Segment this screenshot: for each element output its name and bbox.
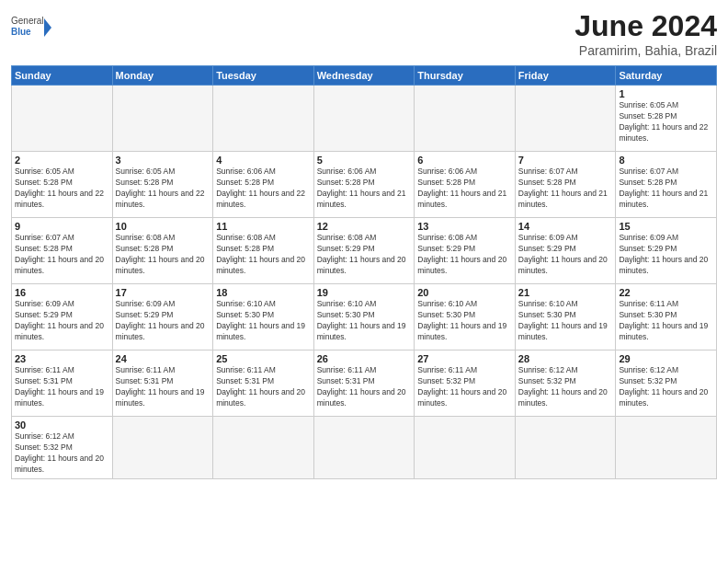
col-friday: Friday	[515, 66, 616, 86]
cell-info: Sunrise: 6:10 AMSunset: 5:30 PMDaylight:…	[317, 299, 412, 343]
table-row: 4Sunrise: 6:06 AMSunset: 5:28 PMDaylight…	[213, 152, 314, 218]
date-number: 2	[15, 155, 109, 166]
table-row: 19Sunrise: 6:10 AMSunset: 5:30 PMDayligh…	[313, 284, 415, 350]
table-row: 1Sunrise: 6:05 AMSunset: 5:28 PMDaylight…	[616, 86, 717, 152]
logo-icon: General Blue	[11, 9, 51, 50]
col-monday: Monday	[112, 66, 213, 86]
cell-info: Sunrise: 6:08 AMSunset: 5:28 PMDaylight:…	[216, 233, 311, 277]
cell-info: Sunrise: 6:07 AMSunset: 5:28 PMDaylight:…	[619, 167, 713, 211]
cell-info: Sunrise: 6:11 AMSunset: 5:31 PMDaylight:…	[216, 365, 311, 409]
table-row: 23Sunrise: 6:11 AMSunset: 5:31 PMDayligh…	[12, 350, 113, 417]
table-row: 20Sunrise: 6:10 AMSunset: 5:30 PMDayligh…	[415, 284, 516, 350]
cell-info: Sunrise: 6:08 AMSunset: 5:29 PMDaylight:…	[317, 233, 412, 277]
table-row: 26Sunrise: 6:11 AMSunset: 5:31 PMDayligh…	[313, 350, 415, 417]
cell-info: Sunrise: 6:10 AMSunset: 5:30 PMDaylight:…	[216, 299, 311, 343]
table-row: 28Sunrise: 6:12 AMSunset: 5:32 PMDayligh…	[515, 350, 616, 417]
date-number: 18	[216, 287, 311, 298]
cell-info: Sunrise: 6:11 AMSunset: 5:32 PMDaylight:…	[417, 365, 512, 409]
cell-info: Sunrise: 6:07 AMSunset: 5:28 PMDaylight:…	[518, 167, 613, 211]
cell-info: Sunrise: 6:09 AMSunset: 5:29 PMDaylight:…	[15, 299, 109, 343]
col-tuesday: Tuesday	[213, 66, 314, 86]
table-row: 14Sunrise: 6:09 AMSunset: 5:29 PMDayligh…	[515, 218, 616, 284]
table-row: 16Sunrise: 6:09 AMSunset: 5:29 PMDayligh…	[12, 284, 113, 350]
calendar-table: Sunday Monday Tuesday Wednesday Thursday…	[11, 65, 717, 479]
table-row: 15Sunrise: 6:09 AMSunset: 5:29 PMDayligh…	[616, 218, 717, 284]
table-row: 21Sunrise: 6:10 AMSunset: 5:30 PMDayligh…	[515, 284, 616, 350]
date-number: 4	[216, 155, 311, 166]
logo: General Blue	[11, 9, 51, 50]
month-title: June 2024	[574, 9, 717, 43]
cell-info: Sunrise: 6:12 AMSunset: 5:32 PMDaylight:…	[518, 365, 613, 409]
date-number: 26	[317, 353, 412, 364]
location: Paramirim, Bahia, Brazil	[574, 43, 717, 58]
cell-info: Sunrise: 6:09 AMSunset: 5:29 PMDaylight:…	[518, 233, 613, 277]
table-row: 17Sunrise: 6:09 AMSunset: 5:29 PMDayligh…	[112, 284, 213, 350]
cell-info: Sunrise: 6:08 AMSunset: 5:28 PMDaylight:…	[116, 233, 210, 277]
cell-info: Sunrise: 6:12 AMSunset: 5:32 PMDaylight:…	[15, 431, 109, 476]
date-number: 28	[518, 353, 613, 364]
col-sunday: Sunday	[12, 66, 113, 86]
table-row: 12Sunrise: 6:08 AMSunset: 5:29 PMDayligh…	[313, 218, 415, 284]
table-row: 3Sunrise: 6:05 AMSunset: 5:28 PMDaylight…	[112, 152, 213, 218]
table-row	[415, 86, 516, 152]
date-number: 9	[15, 221, 109, 232]
table-row: 6Sunrise: 6:06 AMSunset: 5:28 PMDaylight…	[415, 152, 516, 218]
table-row	[515, 86, 616, 152]
date-number: 3	[116, 155, 210, 166]
table-row	[12, 86, 113, 152]
table-row: 2Sunrise: 6:05 AMSunset: 5:28 PMDaylight…	[12, 152, 113, 218]
table-row: 22Sunrise: 6:11 AMSunset: 5:30 PMDayligh…	[616, 284, 717, 350]
date-number: 25	[216, 353, 311, 364]
cell-info: Sunrise: 6:08 AMSunset: 5:29 PMDaylight:…	[417, 233, 512, 277]
cell-info: Sunrise: 6:09 AMSunset: 5:29 PMDaylight:…	[116, 299, 210, 343]
date-number: 5	[317, 155, 412, 166]
cell-info: Sunrise: 6:05 AMSunset: 5:28 PMDaylight:…	[116, 167, 210, 211]
date-number: 30	[15, 419, 109, 431]
date-number: 21	[518, 287, 613, 298]
date-number: 23	[15, 353, 109, 364]
table-row: 25Sunrise: 6:11 AMSunset: 5:31 PMDayligh…	[213, 350, 314, 417]
table-row	[415, 417, 516, 479]
cell-info: Sunrise: 6:05 AMSunset: 5:28 PMDaylight:…	[619, 100, 713, 144]
table-row: 8Sunrise: 6:07 AMSunset: 5:28 PMDaylight…	[616, 152, 717, 218]
date-number: 10	[116, 221, 210, 232]
calendar-header-row: Sunday Monday Tuesday Wednesday Thursday…	[12, 66, 717, 86]
page-header: General Blue June 2024 Paramirim, Bahia,…	[11, 9, 717, 58]
table-row: 24Sunrise: 6:11 AMSunset: 5:31 PMDayligh…	[112, 350, 213, 417]
date-number: 19	[317, 287, 412, 298]
cell-info: Sunrise: 6:05 AMSunset: 5:28 PMDaylight:…	[15, 167, 109, 211]
date-number: 20	[417, 287, 512, 298]
cell-info: Sunrise: 6:11 AMSunset: 5:30 PMDaylight:…	[619, 299, 713, 343]
date-number: 1	[619, 88, 713, 99]
date-number: 11	[216, 221, 311, 232]
date-number: 27	[417, 353, 512, 364]
cell-info: Sunrise: 6:11 AMSunset: 5:31 PMDaylight:…	[15, 365, 109, 409]
table-row	[213, 86, 314, 152]
cell-info: Sunrise: 6:06 AMSunset: 5:28 PMDaylight:…	[417, 167, 512, 211]
cell-info: Sunrise: 6:11 AMSunset: 5:31 PMDaylight:…	[116, 365, 210, 409]
table-row	[515, 417, 616, 479]
date-number: 6	[417, 155, 512, 166]
cell-info: Sunrise: 6:10 AMSunset: 5:30 PMDaylight:…	[518, 299, 613, 343]
date-number: 12	[317, 221, 412, 232]
cell-info: Sunrise: 6:07 AMSunset: 5:28 PMDaylight:…	[15, 233, 109, 277]
table-row: 9Sunrise: 6:07 AMSunset: 5:28 PMDaylight…	[12, 218, 113, 284]
date-number: 29	[619, 353, 713, 364]
table-row: 18Sunrise: 6:10 AMSunset: 5:30 PMDayligh…	[213, 284, 314, 350]
cell-info: Sunrise: 6:06 AMSunset: 5:28 PMDaylight:…	[317, 167, 412, 211]
table-row: 27Sunrise: 6:11 AMSunset: 5:32 PMDayligh…	[415, 350, 516, 417]
svg-marker-2	[44, 18, 51, 37]
cell-info: Sunrise: 6:11 AMSunset: 5:31 PMDaylight:…	[317, 365, 412, 409]
date-number: 13	[417, 221, 512, 232]
title-area: June 2024 Paramirim, Bahia, Brazil	[574, 9, 717, 58]
date-number: 22	[619, 287, 713, 298]
table-row	[112, 417, 213, 479]
table-row	[213, 417, 314, 479]
svg-text:Blue: Blue	[11, 27, 31, 37]
svg-text:General: General	[11, 16, 44, 26]
cell-info: Sunrise: 6:10 AMSunset: 5:30 PMDaylight:…	[417, 299, 512, 343]
table-row	[313, 417, 415, 479]
table-row	[112, 86, 213, 152]
date-number: 8	[619, 155, 713, 166]
cell-info: Sunrise: 6:09 AMSunset: 5:29 PMDaylight:…	[619, 233, 713, 277]
